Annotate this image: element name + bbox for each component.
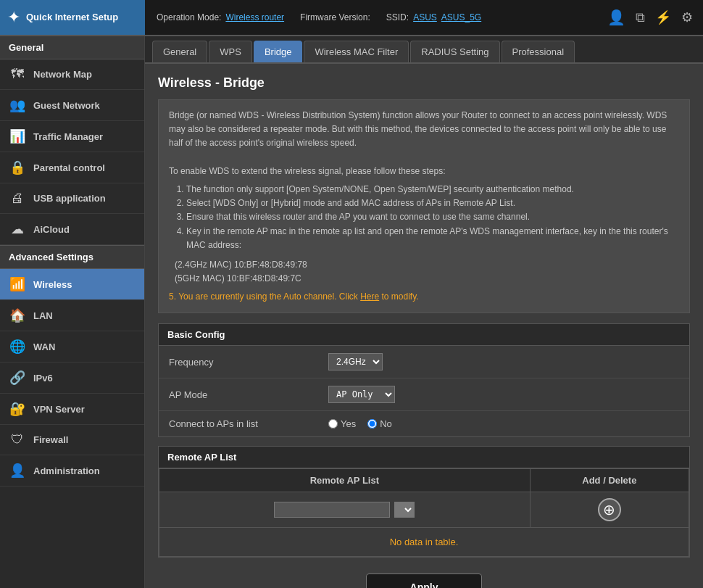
description-p1: Bridge (or named WDS - Wireless Distribu… (169, 110, 667, 148)
connect-aps-control: Yes No (328, 418, 392, 429)
connect-no-label[interactable]: No (367, 418, 392, 429)
auto-channel-note2: to modify. (379, 291, 418, 302)
remote-ap-section: Remote AP List Remote AP List Add / Dele… (158, 446, 690, 558)
settings-icon[interactable]: ⚙ (681, 9, 693, 25)
firewall-icon: 🛡 (9, 432, 26, 447)
usb-application-icon: 🖨 (9, 191, 26, 206)
sidebar-item-wan[interactable]: 🌐 WAN (0, 331, 144, 363)
ssid-5-link[interactable]: ASUS_5G (441, 12, 481, 22)
sidebar-item-network-map[interactable]: 🗺 Network Map (0, 59, 144, 90)
sidebar-item-traffic-manager[interactable]: 📊 Traffic Manager (0, 121, 144, 152)
wireless-icon: 📶 (9, 276, 26, 292)
person-icon[interactable]: 👤 (607, 9, 625, 26)
sidebar-label-lan: LAN (33, 310, 53, 321)
tab-professional[interactable]: Professional (502, 41, 575, 62)
frequency-control: 2.4GHz 5GHz (328, 353, 383, 370)
parental-control-icon: 🔒 (9, 160, 26, 175)
step-1: The function only support [Open System/N… (186, 183, 679, 196)
no-data-row: No data in table. (159, 528, 689, 557)
connect-no-radio[interactable] (367, 419, 377, 428)
remote-ap-header: Remote AP List (159, 447, 689, 468)
top-info-bar: Operation Mode: Wireless router Firmware… (145, 0, 607, 35)
content-area: Wireless - Bridge Bridge (or named WDS -… (145, 64, 703, 588)
tab-bridge[interactable]: Bridge (254, 41, 303, 62)
auto-channel-note: 5. You are currently using the Auto chan… (169, 291, 360, 302)
sidebar-label-traffic-manager: Traffic Manager (33, 131, 103, 142)
operation-mode-label: Operation Mode: (157, 12, 221, 22)
remote-ap-input-cell (159, 492, 531, 528)
remote-ap-input[interactable] (274, 502, 390, 518)
remote-ap-input-row: ⊕ (159, 492, 689, 528)
remote-ap-table: Remote AP List Add / Delete (159, 468, 689, 557)
tab-wps[interactable]: WPS (209, 41, 252, 62)
sidebar-label-aicloud: AiCloud (33, 224, 70, 235)
ap-mode-row: AP Mode AP Only WDS Only Hybrid (159, 378, 689, 411)
apply-row: Apply (158, 566, 690, 588)
remote-ap-dropdown[interactable] (394, 502, 415, 518)
connect-aps-row: Connect to APs in list Yes No (159, 411, 689, 436)
step-3: Ensure that this wireless router and the… (186, 210, 679, 224)
sidebar-item-usb-application[interactable]: 🖨 USB application (0, 183, 144, 214)
general-section-title: General (0, 36, 144, 59)
sidebar-item-vpn-server[interactable]: 🔐 VPN Server (0, 394, 144, 425)
connect-yes-label[interactable]: Yes (328, 418, 356, 429)
description-p2: To enable WDS to extend the wireless sig… (169, 166, 446, 176)
sidebar-label-wireless: Wireless (33, 279, 72, 290)
usb-icon[interactable]: ⚡ (655, 9, 671, 25)
ssid-label: SSID: (386, 12, 409, 22)
description-box: Bridge (or named WDS - Wireless Distribu… (158, 99, 690, 313)
sidebar-label-ipv6: IPv6 (33, 373, 53, 384)
quick-setup-label: Quick Internet Setup (26, 12, 118, 24)
quick-setup-icon: ✦ (7, 8, 20, 27)
no-data-cell: No data in table. (159, 528, 689, 557)
connect-aps-label: Connect to APs in list (169, 418, 328, 429)
add-ap-button[interactable]: ⊕ (598, 498, 621, 521)
frequency-select[interactable]: 2.4GHz 5GHz (328, 353, 383, 370)
sidebar-label-guest-network: Guest Network (33, 100, 100, 111)
connect-yes-text: Yes (341, 418, 356, 429)
sidebar-item-parental-control[interactable]: 🔒 Parental control (0, 152, 144, 183)
page-title: Wireless - Bridge (158, 75, 690, 91)
sidebar-item-lan[interactable]: 🏠 LAN (0, 300, 144, 331)
remote-ap-col1-header: Remote AP List (159, 469, 531, 492)
apply-button[interactable]: Apply (366, 573, 483, 588)
sidebar-label-administration: Administration (33, 465, 100, 476)
ap-mode-control: AP Only WDS Only Hybrid (328, 386, 395, 403)
ap-mode-select[interactable]: AP Only WDS Only Hybrid (328, 386, 395, 403)
administration-icon: 👤 (9, 463, 26, 479)
sidebar-item-aicloud[interactable]: ☁ AiCloud (0, 214, 144, 245)
sidebar-item-administration[interactable]: 👤 Administration (0, 455, 144, 486)
no-data-text: No data in table. (390, 537, 459, 547)
sidebar-item-ipv6[interactable]: 🔗 IPv6 (0, 363, 144, 394)
step-2: Select [WDS Only] or [Hybrid] mode and a… (186, 196, 679, 210)
sidebar-label-network-map: Network Map (33, 69, 92, 80)
copy-icon[interactable]: ⧉ (636, 10, 645, 25)
sidebar-item-firewall[interactable]: 🛡 Firewall (0, 425, 144, 455)
remote-ap-col2-header: Add / Delete (530, 469, 689, 492)
sidebar: General 🗺 Network Map 👥 Guest Network 📊 … (0, 36, 145, 588)
tab-general[interactable]: General (152, 41, 207, 62)
remote-ap-add-cell: ⊕ (530, 492, 689, 528)
guest-network-icon: 👥 (9, 97, 26, 113)
sidebar-item-guest-network[interactable]: 👥 Guest Network (0, 90, 144, 121)
firmware-label: Firmware Version: (300, 12, 370, 22)
sidebar-item-wireless[interactable]: 📶 Wireless (0, 269, 144, 300)
vpn-server-icon: 🔐 (9, 401, 26, 417)
quick-setup-button[interactable]: ✦ Quick Internet Setup (0, 0, 145, 35)
advanced-settings-title: Advanced Settings (0, 245, 144, 269)
mac-address-5: (5GHz MAC) 10:BF:48:D8:49:7C (175, 272, 679, 286)
tab-radius-setting[interactable]: RADIUS Setting (410, 41, 499, 62)
ipv6-icon: 🔗 (9, 370, 26, 386)
auto-channel-link[interactable]: Here (360, 291, 379, 302)
sidebar-label-wan: WAN (33, 341, 55, 352)
ssid-24-link[interactable]: ASUS (413, 12, 437, 22)
sidebar-label-usb-application: USB application (33, 193, 106, 204)
top-icons-bar: 👤 ⧉ ⚡ ⚙ (607, 0, 703, 35)
tab-wireless-mac-filter[interactable]: Wireless MAC Filter (304, 41, 409, 62)
wan-icon: 🌐 (9, 339, 26, 355)
aicloud-icon: ☁ (9, 221, 26, 237)
connect-yes-radio[interactable] (328, 419, 338, 428)
operation-mode-link[interactable]: Wireless router (225, 12, 284, 22)
frequency-label: Frequency (169, 357, 328, 368)
tabs-bar: General WPS Bridge Wireless MAC Filter R… (145, 36, 703, 64)
